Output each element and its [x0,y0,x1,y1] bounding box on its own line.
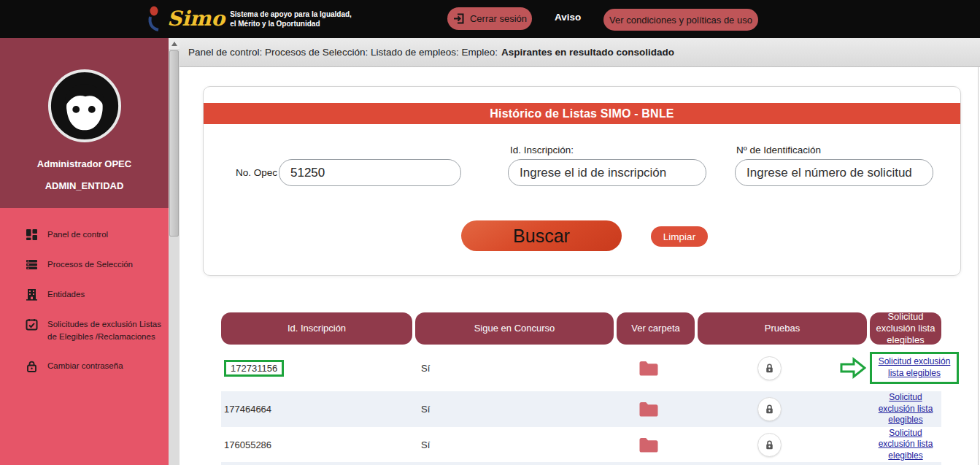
results-table: Id. Inscripción Sigue en Concurso Ver ca… [221,312,941,465]
annotation-highlight-box: 172731156 [224,360,284,377]
sidebar-item-entidades[interactable]: Entidades [0,283,169,307]
breadcrumb-current: Aspirantes en resultado consolidado [501,47,674,58]
user-role: ADMIN_ENTIDAD [0,180,169,191]
user-name: Administrador OPEC [0,158,169,169]
building-icon [26,288,38,301]
table-header-row: Id. Inscripción Sigue en Concurso Ver ca… [221,312,941,345]
cell-id: 176055286 [221,439,412,450]
cell-pruebas [698,433,867,457]
col-header-sigue-en-concurso: Sigue en Concurso [415,312,614,345]
aviso-link[interactable]: Aviso [555,12,581,23]
col-header-id-inscripcion: Id. Inscripción [221,312,412,345]
avatar [47,69,122,143]
logout-icon [452,12,465,25]
folder-icon[interactable] [638,400,660,418]
opec-label: No. Opec [236,167,277,178]
identificacion-input[interactable] [735,159,933,186]
inscripcion-label: Id. Inscripción: [510,145,574,155]
sidebar-profile: Administrador OPEC ADMIN_ENTIDAD [0,38,169,208]
cell-solicitud: Solicitud exclusión lista elegibles [870,352,941,383]
padlock-icon [26,360,38,372]
topbar: Simo Sistema de apoyo para la Igualdad, … [0,0,980,38]
solicitud-exclusion-link[interactable]: Solicitud exclusión lista elegibles [870,392,941,426]
opec-input[interactable] [279,159,461,186]
lock-icon [763,439,776,451]
dashboard-grid-icon [26,228,38,241]
col-header-solicitud-exclusion: Solicitud exclusión lista elegibles [870,312,941,345]
folder-icon[interactable] [638,436,660,454]
breadcrumb: Panel de control: Procesos de Selección:… [180,38,980,67]
col-header-pruebas: Pruebas [698,312,867,345]
table-row: 177464664 Sí [221,391,941,427]
limpiar-button[interactable]: Limpiar [651,226,708,247]
identificacion-label: Nº de Identificación [736,145,821,155]
buscar-button[interactable]: Buscar [461,220,622,251]
search-panel: Histórico de Listas SIMO - BNLE No. Opec… [203,86,961,276]
lock-icon [763,403,776,415]
annotation-highlight-frame: Solicitud exclusión lista elegibles [870,352,959,383]
table-row-clipped [221,462,941,465]
calendar-check-icon [26,318,38,331]
cell-id: 177464664 [221,404,412,415]
brand-text: Simo [167,9,225,29]
simo-logo: Simo Sistema de apoyo para la Igualdad, … [147,6,352,32]
cell-id: 172731156 [221,360,412,377]
sidebar-menu: Panel de control Procesos de Selección E… [0,208,169,465]
sidebar: Administrador OPEC ADMIN_ENTIDAD Panel d… [0,38,169,465]
cell-sigue: Sí [415,439,614,450]
solicitud-exclusion-link[interactable]: Solicitud exclusión lista elegibles [870,428,941,462]
cell-sigue: Sí [415,404,614,415]
cell-solicitud: Solicitud exclusión lista elegibles [870,392,941,426]
table-row: 176055286 Sí [221,427,941,462]
vertical-scrollbar[interactable] [169,38,180,465]
scrollbar-up-button[interactable] [169,38,180,49]
terms-button[interactable]: Ver condiciones y políticas de uso [603,9,758,31]
logout-button[interactable]: Cerrar sesión [447,7,532,30]
cell-pruebas [698,397,867,421]
folder-icon[interactable] [638,359,660,377]
pruebas-lock-button[interactable] [757,433,782,457]
brand-tagline: Sistema de apoyo para la Igualdad, el Mé… [230,9,352,28]
sidebar-item-solicitudes-exclusion[interactable]: Solicitudes de exclusión Listas de Elegi… [0,312,169,348]
app-root: Simo Sistema de apoyo para la Igualdad, … [0,0,980,465]
main-content: Panel de control: Procesos de Selección:… [180,38,980,465]
panel-title: Histórico de Listas SIMO - BNLE [204,103,960,124]
stacked-list-icon [26,258,38,271]
annotation-arrow-icon [840,356,866,380]
pruebas-lock-button[interactable] [757,356,782,380]
table-row: 172731156 Sí [221,345,941,391]
scrollbar-thumb[interactable] [169,50,179,237]
cell-carpeta [617,436,695,454]
sidebar-item-panel-de-control[interactable]: Panel de control [0,223,169,247]
sidebar-item-procesos-de-seleccion[interactable]: Procesos de Selección [0,253,169,277]
solicitud-exclusion-link[interactable]: Solicitud exclusión lista elegibles [878,356,951,379]
cell-sigue: Sí [415,363,614,374]
simo-logo-figure-icon [147,6,162,32]
pruebas-lock-button[interactable] [757,397,782,421]
col-header-ver-carpeta: Ver carpeta [617,312,695,345]
inscripcion-input[interactable] [508,159,706,186]
cell-solicitud: Solicitud exclusión lista elegibles [870,428,941,462]
up-arrow-icon [171,42,177,46]
cell-carpeta [617,359,695,377]
sidebar-item-cambiar-contrasena[interactable]: Cambiar contraseña [0,354,169,378]
lock-icon [763,362,776,374]
cell-carpeta [617,400,695,418]
